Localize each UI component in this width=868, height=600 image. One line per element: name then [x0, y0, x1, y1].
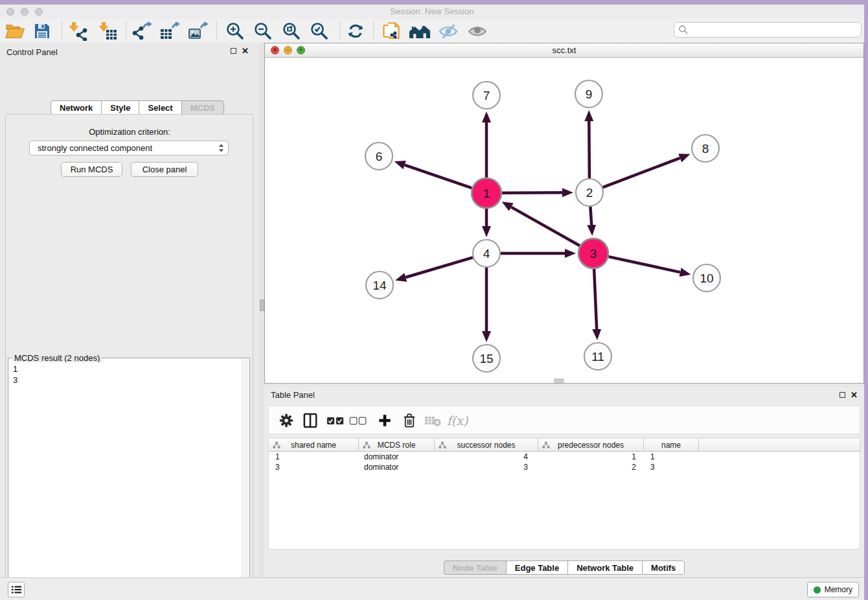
mcds-result-text[interactable]: 1 3: [9, 362, 242, 600]
export-network-icon: [131, 21, 152, 41]
export-image-button[interactable]: [187, 21, 209, 41]
select-all-columns-button[interactable]: [326, 411, 345, 430]
graph-edge-2-9[interactable]: [589, 121, 589, 178]
show-all-button[interactable]: [466, 21, 488, 41]
table-tabs: Node Table Edge Table Network Table Moti…: [264, 560, 864, 575]
table-cell[interactable]: 1: [538, 452, 644, 461]
graph-edge-4-14[interactable]: [405, 257, 473, 277]
export-table-icon: [159, 21, 180, 41]
table-cell[interactable]: 1: [644, 452, 699, 461]
graph-edge-1-2[interactable]: [502, 192, 562, 193]
float-panel-icon[interactable]: [231, 48, 236, 54]
graph-edge-3-10[interactable]: [609, 257, 681, 272]
hide-selected-button[interactable]: [437, 21, 459, 41]
tab-node-table[interactable]: Node Table: [444, 560, 506, 575]
toolbar-separator: [339, 21, 340, 40]
column-header-shared-name[interactable]: shared name: [269, 439, 359, 451]
memory-button[interactable]: Memory: [807, 582, 859, 597]
checked-boxes-icon: [326, 416, 345, 426]
zoom-fit-button[interactable]: [280, 21, 303, 41]
graph-edge-3-1[interactable]: [511, 207, 580, 246]
table-cell[interactable]: dominator: [359, 463, 435, 472]
table-cell[interactable]: 4: [435, 452, 538, 461]
network-title: scc.txt: [265, 45, 863, 55]
table-cell[interactable]: 3: [435, 463, 538, 472]
table-cell[interactable]: 3: [644, 463, 699, 472]
function-builder-button[interactable]: f(x): [448, 411, 467, 430]
eye-icon: [468, 23, 487, 40]
table-panel: Table Panel ✕: [264, 387, 864, 577]
tab-style[interactable]: Style: [101, 100, 139, 115]
graph-edge-2-3[interactable]: [590, 207, 591, 225]
result-scrollbar[interactable]: [242, 359, 249, 600]
task-history-button[interactable]: [8, 582, 25, 597]
control-panel-title: Control Panel: [6, 47, 58, 57]
zoom-in-button[interactable]: [224, 21, 246, 41]
add-row-button[interactable]: [375, 411, 394, 430]
column-header-mcds-role[interactable]: MCDS role: [359, 439, 435, 451]
column-tree-icon: [363, 441, 371, 449]
column-header-name[interactable]: name: [644, 439, 699, 451]
column-tree-icon: [273, 441, 280, 449]
refresh-view-button[interactable]: [345, 21, 367, 41]
search-icon: [678, 25, 689, 35]
divider-grip[interactable]: [260, 299, 264, 311]
criterion-select[interactable]: strongly connected component: [29, 141, 229, 156]
column-header-successor-nodes[interactable]: successor nodes: [435, 439, 538, 451]
close-table-panel-icon[interactable]: ✕: [851, 391, 858, 398]
horizontal-splitter-grip[interactable]: [554, 378, 564, 383]
search-input[interactable]: [691, 25, 861, 36]
tab-network[interactable]: Network: [51, 100, 101, 115]
zoom-out-icon: [253, 21, 273, 41]
graph-edge-3-11[interactable]: [594, 269, 597, 329]
trash-icon: [403, 413, 416, 428]
unselect-all-columns-button[interactable]: [348, 411, 368, 430]
mcds-result-group: MCDS result (2 nodes) 1 3: [8, 358, 250, 600]
import-table-button[interactable]: [97, 21, 119, 41]
first-neighbors-button[interactable]: [409, 21, 431, 41]
search-box[interactable]: [674, 22, 862, 38]
table-cell[interactable]: 2: [538, 463, 644, 472]
panel-divider[interactable]: [259, 43, 264, 577]
import-network-icon: [68, 21, 87, 41]
tab-select[interactable]: Select: [139, 100, 181, 115]
eye-slash-icon: [439, 23, 458, 40]
run-mcds-button[interactable]: Run MCDS: [61, 162, 122, 177]
close-panel-button[interactable]: Close panel: [131, 162, 198, 177]
column-label: MCDS role: [378, 441, 416, 450]
graph-edge-1-6[interactable]: [405, 165, 472, 189]
close-panel-icon[interactable]: ✕: [242, 47, 249, 54]
import-network-button[interactable]: [67, 21, 89, 41]
tab-mcds[interactable]: MCDS: [181, 100, 224, 115]
zoom-out-button[interactable]: [252, 21, 274, 41]
tab-motifs[interactable]: Motifs: [642, 560, 685, 575]
table-cell[interactable]: dominator: [359, 452, 435, 461]
zoom-selected-button[interactable]: [308, 21, 330, 41]
delete-table-icon: [424, 414, 441, 427]
table-row[interactable]: 3dominator323: [269, 462, 860, 472]
show-column-button[interactable]: [301, 411, 320, 430]
tab-network-table[interactable]: Network Table: [567, 560, 642, 575]
toolbar-separator: [216, 21, 217, 40]
tab-edge-table[interactable]: Edge Table: [506, 560, 567, 575]
table-options-button[interactable]: [277, 411, 296, 430]
export-table-button[interactable]: [159, 21, 181, 41]
table-cell[interactable]: 3: [269, 463, 359, 472]
delete-row-button[interactable]: [400, 411, 419, 430]
column-header-predecessor-nodes[interactable]: predecessor nodes: [538, 439, 644, 451]
table-row[interactable]: 1dominator411: [269, 452, 860, 462]
delete-table-button[interactable]: [423, 411, 442, 430]
node-table: shared name MCDS role successor nodes pr…: [268, 438, 860, 549]
export-network-button[interactable]: [131, 21, 153, 41]
network-titlebar[interactable]: ✕ − + scc.txt: [265, 43, 863, 58]
graph-edge-2-8[interactable]: [603, 158, 680, 187]
table-cell[interactable]: 1: [269, 452, 359, 461]
open-session-button[interactable]: [4, 21, 26, 41]
empty-boxes-icon: [349, 416, 367, 426]
float-table-panel-icon[interactable]: [839, 392, 845, 398]
graph-node-label-6: 6: [376, 150, 383, 163]
network-canvas[interactable]: 7968124314101511: [265, 58, 863, 383]
save-session-button[interactable]: [31, 21, 53, 41]
new-network-from-selection-button[interactable]: [380, 21, 402, 41]
control-panel: Control Panel ✕ Network Style Select MCD…: [0, 43, 259, 577]
